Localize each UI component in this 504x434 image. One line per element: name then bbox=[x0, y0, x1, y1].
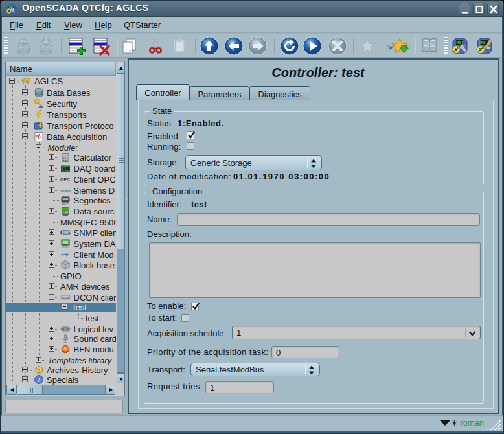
svg-text:SIEMENS: SIEMENS bbox=[60, 189, 71, 192]
svg-text:SMR PL: SMR PL bbox=[62, 203, 70, 205]
svg-text:?: ? bbox=[38, 377, 41, 383]
svg-text:SNMP: SNMP bbox=[62, 231, 70, 234]
svg-text:OPC: OPC bbox=[60, 177, 70, 182]
svg-text:DCON: DCON bbox=[62, 296, 69, 299]
svg-text:DB: DB bbox=[63, 211, 65, 214]
